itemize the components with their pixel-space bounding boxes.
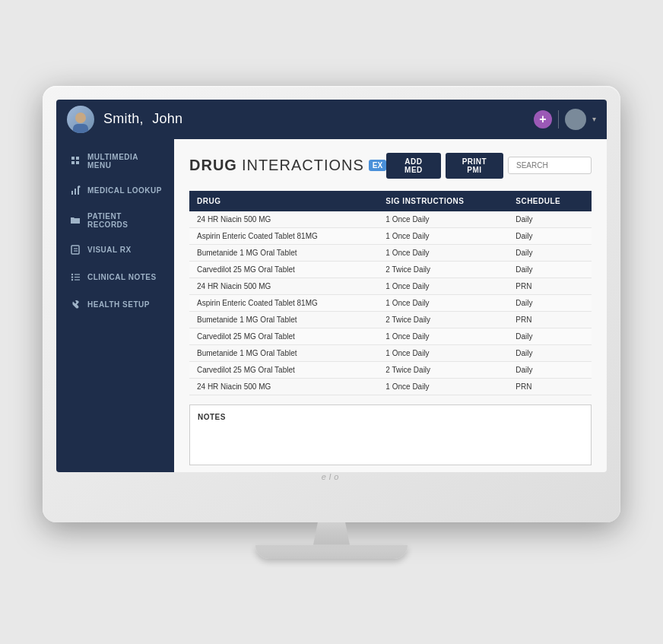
header-actions: + ▾ [534,109,596,130]
monitor-base [255,545,408,559]
svg-rect-1 [76,157,79,160]
col-drug: DRUG [189,191,378,211]
monitor-wrapper: Smith, John + ▾ [43,86,620,559]
svg-rect-3 [76,161,79,164]
cell-sig: 1 Once Daily [378,244,508,261]
avatar [67,106,94,133]
cell-schedule: Daily [508,244,592,261]
sidebar-item-health-setup[interactable]: Health Setup [56,291,174,319]
sidebar-item-patient-records[interactable]: Patient Records [56,205,174,236]
cell-schedule: Daily [508,261,592,278]
cell-drug: Carvedilot 25 MG Oral Tablet [189,261,378,278]
cell-sig: 1 Once Daily [378,227,508,244]
folder-icon [69,214,81,227]
wrench-icon [69,299,81,311]
sidebar-item-label: Medical Lookup [87,186,162,195]
cell-schedule: Daily [508,211,592,228]
header-buttons: ADD MED PRINT PMI [386,153,592,179]
cell-sig: 2 Twice Daily [378,311,508,328]
cell-schedule: Daily [508,328,592,344]
svg-point-13 [71,276,72,278]
monitor-brand: elo [56,472,607,481]
table-row: 24 HR Niacin 500 MG 1 Once Daily Daily [189,211,592,228]
page-title: DRUG INTERACTIONS EX [189,157,386,174]
add-med-button[interactable]: ADD MED [386,153,441,179]
cell-drug: Carvedilot 25 MG Oral Tablet [189,361,378,378]
svg-rect-4 [71,191,73,195]
cell-drug: 24 HR Niacin 500 MG [189,211,378,228]
monitor-screen: Smith, John + ▾ [56,100,607,472]
add-button[interactable]: + [534,110,552,128]
table-row: Carvedilot 25 MG Oral Tablet 2 Twice Dai… [189,261,592,278]
cell-drug: Bumetanide 1 MG Oral Tablet [189,344,378,361]
cell-drug: Carvedilot 25 MG Oral Tablet [189,328,378,344]
search-input[interactable] [508,157,592,174]
cell-drug: Bumetanide 1 MG Oral Tablet [189,244,378,261]
vertical-divider [558,110,559,128]
svg-point-7 [78,186,80,188]
sidebar-item-label: Health Setup [87,300,150,309]
user-avatar [565,109,586,130]
sidebar-item-visual-rx[interactable]: Visual RX [56,236,174,264]
page-title-bold: DRUG [189,157,237,174]
col-schedule: SCHEDULE [508,191,592,211]
table-row: Aspirin Enteric Coated Tablet 81MG 1 Onc… [189,294,592,311]
chart-icon [69,185,81,197]
monitor-bezel: Smith, John + ▾ [43,86,620,522]
grid-icon [69,155,81,167]
cell-schedule: Daily [508,227,592,244]
notes-label: NOTES [198,413,583,421]
table-row: Bumetanide 1 MG Oral Tablet 1 Once Daily… [189,344,592,361]
sidebar-item-label: Multimedia Menu [87,153,163,170]
dropdown-arrow-icon[interactable]: ▾ [592,115,596,123]
cell-schedule: Daily [508,361,592,378]
drug-table: DRUG SIG INSTRUCTIONS SCHEDULE 24 HR Nia… [189,191,592,395]
cell-sig: 1 Once Daily [378,344,508,361]
monitor-neck [309,522,354,545]
svg-point-11 [71,274,72,275]
cell-schedule: PRN [508,278,592,294]
cell-drug: 24 HR Niacin 500 MG [189,378,378,395]
col-sig: SIG INSTRUCTIONS [378,191,508,211]
table-row: Bumetanide 1 MG Oral Tablet 2 Twice Dail… [189,311,592,328]
cell-schedule: PRN [508,378,592,395]
table-row: Carvedilot 25 MG Oral Tablet 2 Twice Dai… [189,361,592,378]
patient-name: Smith, John [103,111,534,127]
list-icon [69,271,81,284]
sidebar-item-medical-lookup[interactable]: Medical Lookup [56,177,174,205]
page-title-light: INTERACTIONS [242,157,364,174]
cell-drug: 24 HR Niacin 500 MG [189,278,378,294]
sidebar-item-clinical-notes[interactable]: Clinical Notes [56,264,174,291]
sidebar-item-multimedia-menu[interactable]: Multimedia Menu [56,145,174,177]
cell-drug: Bumetanide 1 MG Oral Tablet [189,311,378,328]
svg-rect-8 [71,246,79,254]
cell-sig: 2 Twice Daily [378,261,508,278]
sidebar-item-label: Clinical Notes [87,273,157,281]
svg-point-15 [71,279,72,281]
table-row: 24 HR Niacin 500 MG 1 Once Daily PRN [189,378,592,395]
table-row: Aspirin Enteric Coated Tablet 81MG 1 Onc… [189,227,592,244]
table-row: 24 HR Niacin 500 MG 1 Once Daily PRN [189,278,592,294]
table-row: Bumetanide 1 MG Oral Tablet 1 Once Daily… [189,244,592,261]
cell-schedule: PRN [508,311,592,328]
page-header: DRUG INTERACTIONS EX ADD MED PRINT PMI [189,153,592,179]
main-content: DRUG INTERACTIONS EX ADD MED PRINT PMI [174,139,607,472]
cell-sig: 1 Once Daily [378,294,508,311]
header: Smith, John + ▾ [56,100,607,139]
table-row: Carvedilot 25 MG Oral Tablet 1 Once Dail… [189,328,592,344]
cell-sig: 1 Once Daily [378,328,508,344]
cell-schedule: Daily [508,344,592,361]
sidebar: Multimedia Menu Medical Lookup [56,139,174,472]
cell-sig: 1 Once Daily [378,278,508,294]
screen-body: Multimedia Menu Medical Lookup [56,139,607,472]
cell-drug: Aspirin Enteric Coated Tablet 81MG [189,227,378,244]
svg-rect-5 [75,189,76,195]
cell-sig: 1 Once Daily [378,378,508,395]
svg-rect-0 [71,157,75,160]
ex-badge: EX [369,160,386,171]
cell-sig: 1 Once Daily [378,211,508,228]
print-pmi-button[interactable]: PRINT PMI [446,153,503,179]
cell-sig: 2 Twice Daily [378,361,508,378]
cell-drug: Aspirin Enteric Coated Tablet 81MG [189,294,378,311]
svg-rect-2 [71,161,75,164]
